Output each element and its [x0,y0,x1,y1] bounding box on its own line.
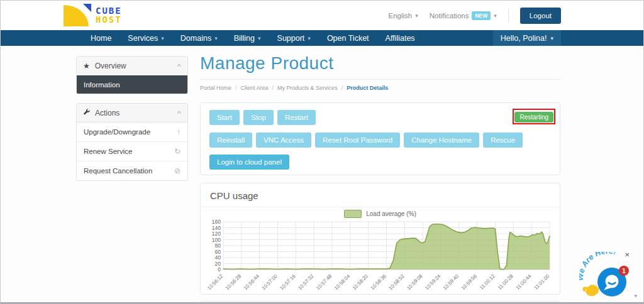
notifications-dropdown[interactable]: Notifications NEW ▾ [430,11,497,20]
svg-text:0: 0 [218,266,221,273]
language-dropdown[interactable]: English ▾ [389,12,418,19]
svg-text:10:59:08: 10:59:08 [406,273,424,291]
svg-text:40: 40 [215,254,221,261]
logo-text-line1: CUBE [96,6,122,15]
logout-button[interactable]: Logout [520,8,561,24]
main-content: Manage Product Portal Home/Client Area/M… [200,53,560,91]
change-hostname-button[interactable]: Change Hostname [404,133,479,148]
star-icon: ★ [83,62,90,70]
nav-item-services[interactable]: Services▾ [119,30,172,46]
cpu-usage-card: CPU usage Load average (%) 0204060801001… [200,183,560,295]
logo-icon [64,4,91,26]
reset-root-password-button[interactable]: Reset Root Password [315,133,400,148]
svg-text:140: 140 [212,225,221,231]
chevron-down-icon[interactable]: ▾ [634,293,637,299]
breadcrumb-my-products-services[interactable]: My Products & Services [277,85,338,91]
caret-down-icon: ▾ [494,13,497,19]
arrow-up-icon: ↑ [177,128,180,136]
svg-text:100: 100 [212,237,221,243]
page: { "header": { "logo_line1": "CUBE", "log… [0,0,644,304]
rescue-button[interactable]: Rescue [483,133,523,148]
svg-text:10:56:12: 10:56:12 [206,273,225,291]
user-menu[interactable]: Hello, Polina! ▾ [493,30,561,46]
svg-text:10:57:32: 10:57:32 [297,273,315,291]
nav-item-affiliates[interactable]: Affiliates [377,30,423,46]
legend-label: Load average (%) [366,210,416,217]
sidebar: ★ Overview ^ Information Actions ^ Upgra… [76,56,188,190]
overview-panel-header[interactable]: ★ Overview ^ [77,57,187,75]
svg-text:10:59:24: 10:59:24 [424,273,442,291]
svg-text:60: 60 [215,249,221,255]
ban-icon: ⊘ [174,166,180,175]
stop-button[interactable]: Stop [243,110,274,125]
main-navbar: HomeServices▾Domains▾Billing▾Support▾Ope… [1,30,643,46]
breadcrumb-product-details: Product Details [347,85,388,91]
language-label: English [389,12,413,19]
page-title: Manage Product [200,53,560,73]
breadcrumb-client-area[interactable]: Client Area [241,85,269,91]
divider [508,9,509,23]
hand-icon [584,285,599,296]
power-buttons: StartStopRestart [209,110,316,125]
nav-items: HomeServices▾Domains▾Billing▾Support▾Ope… [82,30,423,46]
svg-text:10:56:44: 10:56:44 [243,273,261,291]
svg-text:11:00:44: 11:00:44 [515,273,533,291]
nav-item-open-ticket[interactable]: Open Ticket [319,30,377,46]
breadcrumb-portal-home[interactable]: Portal Home [200,85,231,91]
nav-item-support[interactable]: Support▾ [269,30,319,46]
chart-legend: Load average (%) [201,210,560,218]
notifications-label: Notifications [430,12,469,19]
login-to-cloud-panel-button[interactable]: Login to cloud panel [209,155,289,170]
chat-widget-graphic[interactable]: We Are Here! 1 [579,252,637,298]
restart-button[interactable]: Restart [277,110,316,125]
breadcrumb: Portal Home/Client Area/My Products & Se… [200,85,560,91]
new-badge: NEW [472,11,491,20]
svg-text:11:00:28: 11:00:28 [497,273,514,291]
caret-down-icon: ▾ [214,35,218,41]
sidebar-item-information[interactable]: Information [76,75,188,94]
chevron-up-icon: ^ [177,110,181,116]
svg-text:10:57:16: 10:57:16 [279,273,297,291]
panel-buttons: Login to cloud panel [209,155,289,170]
product-actions-card: StartStopRestart ReinstallVNC AccessRese… [200,102,560,175]
nav-item-billing[interactable]: Billing▾ [226,30,269,46]
svg-text:10:58:04: 10:58:04 [333,273,352,291]
next-card-partial [200,301,560,304]
svg-text:11:00:12: 11:00:12 [479,273,496,291]
caret-down-icon: ▾ [258,35,261,41]
actions-title: Actions [95,109,119,117]
vnc-access-button[interactable]: VNC Access [256,133,311,148]
nav-item-home[interactable]: Home [82,30,119,46]
nav-item-domains[interactable]: Domains▾ [172,30,226,46]
svg-text:10:58:36: 10:58:36 [370,273,388,291]
divider [200,79,560,80]
chart-title: CPU usage [201,183,560,207]
caret-down-icon: ▾ [308,35,311,41]
overview-title: Overview [95,62,126,70]
svg-text:10:56:28: 10:56:28 [225,273,243,291]
sidebar-item-renew-service[interactable]: Renew Service↻ [77,141,187,161]
svg-text:10:59:56: 10:59:56 [460,273,479,291]
status-annotation-box: Restarting [513,109,555,124]
breadcrumb-separator: / [235,85,237,91]
svg-text:10:58:52: 10:58:52 [387,273,406,291]
actions-items: Upgrade/Downgrade↑Renew Service↻Request … [77,122,187,180]
svg-text:10:58:20: 10:58:20 [352,273,370,291]
sidebar-item-upgrade-downgrade[interactable]: Upgrade/Downgrade↑ [77,122,187,141]
svg-text:10:57:48: 10:57:48 [315,273,333,291]
start-button[interactable]: Start [209,110,240,125]
cpu-usage-chart: 02040608010012014016010:56:1210:56:2810:… [204,219,555,293]
wrench-icon [83,109,90,117]
logo[interactable]: CUBE HOST [64,4,122,26]
svg-text:10:59:40: 10:59:40 [442,273,460,291]
logo-text-line2: HOST [96,15,122,24]
manage-buttons: ReinstallVNC AccessReset Root PasswordCh… [209,133,523,148]
reinstall-button[interactable]: Reinstall [209,133,252,148]
actions-panel-header[interactable]: Actions ^ [77,104,187,122]
svg-text:1: 1 [622,268,626,274]
sidebar-item-request-cancellation[interactable]: Request Cancellation⊘ [77,161,187,180]
svg-text:160: 160 [212,219,221,225]
breadcrumb-separator: / [272,85,274,91]
chat-widget: × We Are Here! 1 ▾ [579,251,637,301]
caret-down-icon: ▾ [550,35,553,41]
